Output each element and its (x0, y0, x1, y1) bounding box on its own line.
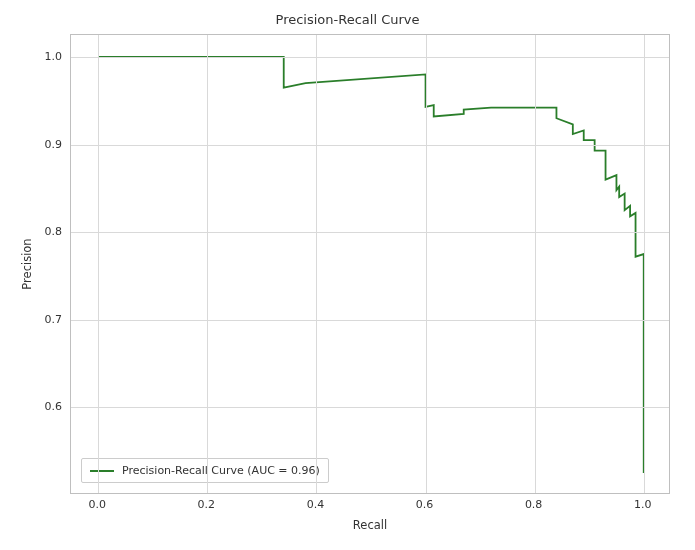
y-tick-label: 0.9 (45, 137, 63, 150)
x-tick-label: 0.0 (89, 498, 107, 511)
x-tick-label: 0.6 (416, 498, 434, 511)
grid-vertical (316, 35, 317, 493)
grid-vertical (207, 35, 208, 493)
grid-horizontal (71, 232, 669, 233)
grid-horizontal (71, 407, 669, 408)
grid-horizontal (71, 145, 669, 146)
x-axis-label: Recall (70, 518, 670, 532)
y-tick-label: 0.8 (45, 225, 63, 238)
chart-title: Precision-Recall Curve (0, 12, 695, 27)
x-tick-label: 0.2 (198, 498, 216, 511)
grid-horizontal (71, 320, 669, 321)
legend-swatch (90, 470, 114, 472)
x-tick-label: 0.8 (525, 498, 543, 511)
grid-vertical (644, 35, 645, 493)
grid-horizontal (71, 57, 669, 58)
y-tick-label: 0.7 (45, 312, 63, 325)
grid-vertical (98, 35, 99, 493)
y-tick-label: 1.0 (45, 49, 63, 62)
y-tick-label: 0.6 (45, 400, 63, 413)
y-axis-label: Precision (20, 34, 34, 494)
pr-curve (71, 35, 669, 493)
figure: Precision-Recall Curve Precision-Recall … (0, 0, 695, 550)
x-tick-label: 0.4 (307, 498, 325, 511)
grid-vertical (426, 35, 427, 493)
plot-area: Precision-Recall Curve (AUC = 0.96) (70, 34, 670, 494)
grid-vertical (535, 35, 536, 493)
x-tick-label: 1.0 (634, 498, 652, 511)
legend: Precision-Recall Curve (AUC = 0.96) (81, 458, 329, 483)
legend-label: Precision-Recall Curve (AUC = 0.96) (122, 464, 320, 477)
